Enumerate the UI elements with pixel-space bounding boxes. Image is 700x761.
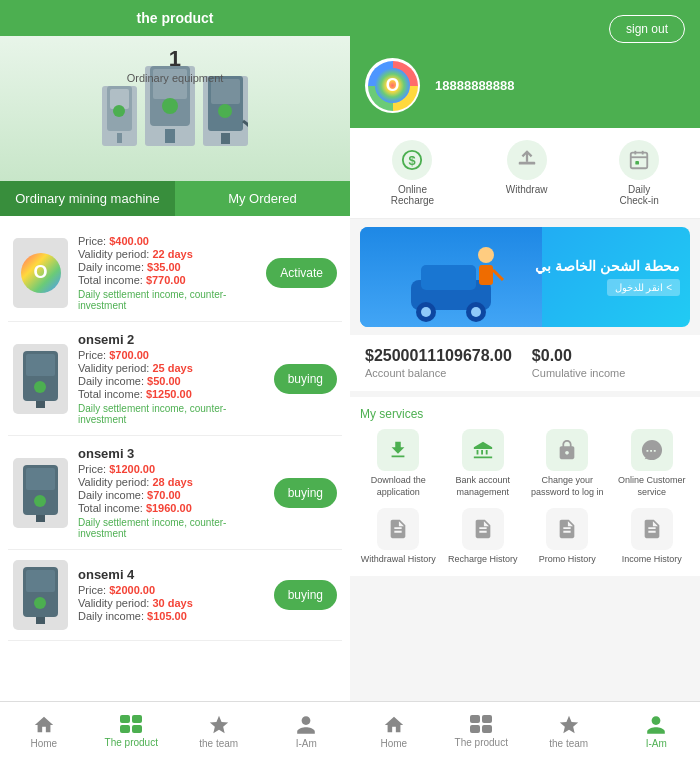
services-title: My services [360, 407, 690, 421]
services-section: My services Download the application Ban… [350, 397, 700, 576]
service-download[interactable]: Download the application [360, 429, 437, 498]
svg-rect-41 [479, 265, 493, 285]
left-nav-team-label: the team [199, 738, 238, 749]
machine-daily-1: Daily income: $50.00 [78, 375, 264, 387]
left-bottom-nav: Home The product the team I-Am [0, 701, 350, 761]
machine-action-0: Activate [266, 258, 337, 288]
machine-details-0: Price: $400.00 Validity period: 22 days … [78, 234, 256, 311]
svg-text:O: O [386, 75, 400, 95]
machine-validity-3: Validity period: 30 days [78, 597, 264, 609]
cumulative-amount: $0.00 [532, 347, 626, 365]
buying-button-3[interactable]: buying [274, 580, 337, 610]
svg-point-39 [471, 307, 481, 317]
right-nav-product[interactable]: The product [438, 702, 526, 761]
customer-label: Online Customer service [614, 475, 691, 498]
machine-settlement-2: Daily settlement income, counter-investm… [78, 517, 264, 539]
quick-action-recharge[interactable]: $ OnlineRecharge [391, 140, 434, 206]
svg-rect-28 [518, 162, 535, 165]
balance-amount: $2500011109678.00 [365, 347, 512, 365]
right-nav-team[interactable]: the team [525, 702, 613, 761]
svg-point-18 [34, 495, 46, 507]
right-nav-team-label: the team [549, 738, 588, 749]
svg-rect-33 [635, 161, 639, 165]
machine-name-2: onsemi 3 [78, 446, 264, 461]
svg-rect-2 [117, 133, 122, 143]
promo-text: محطة الشحن الخاصة بي > انقر للدخول [535, 258, 680, 296]
service-withdrawal-history[interactable]: Withdrawal History [360, 508, 437, 566]
right-panel: sign out O [350, 0, 700, 761]
right-nav-home[interactable]: Home [350, 702, 438, 761]
left-header: the product [0, 0, 350, 36]
left-nav-team[interactable]: the team [175, 702, 263, 761]
quick-action-withdraw[interactable]: Withdraw [506, 140, 548, 206]
service-customer[interactable]: Online Customer service [614, 429, 691, 498]
promo-history-label: Promo History [539, 554, 596, 566]
machines-list: O Price: $400.00 Validity period: 22 day… [0, 216, 350, 701]
password-label: Change your password to log in [529, 475, 606, 498]
left-nav-product-label: The product [105, 737, 158, 748]
bank-icon [462, 429, 504, 471]
sign-out-button[interactable]: sign out [609, 15, 685, 43]
withdraw-label: Withdraw [506, 184, 548, 195]
avatar-logo-icon: O [368, 61, 418, 111]
svg-rect-15 [36, 401, 45, 408]
left-nav-iam[interactable]: I-Am [263, 702, 351, 761]
tab-ordinary-mining[interactable]: Ordinary mining machine [0, 181, 175, 216]
charger-3 [203, 76, 248, 146]
recharge-history-icon [462, 508, 504, 550]
machine-daily-2: Daily income: $70.00 [78, 489, 264, 501]
promo-banner[interactable]: محطة الشحن الخاصة بي > انقر للدخول [360, 227, 690, 327]
left-nav-iam-label: I-Am [296, 738, 317, 749]
left-nav-home[interactable]: Home [0, 702, 88, 761]
svg-text:$: $ [409, 153, 416, 168]
cumulative-income: $0.00 Cumulative income [532, 347, 626, 379]
left-nav-home-label: Home [30, 738, 57, 749]
promo-image [360, 227, 542, 327]
account-balance: $2500011109678.00 Account balance [365, 347, 512, 379]
machine-item-2: onsemi 3 Price: $1200.00 Validity period… [8, 436, 342, 550]
checkin-label: DailyCheck-in [619, 184, 658, 206]
promo-arabic-text: محطة الشحن الخاصة بي [535, 258, 680, 274]
income-history-icon [631, 508, 673, 550]
services-grid-row1: Download the application Bank account ma… [360, 429, 690, 498]
svg-point-11 [218, 104, 232, 118]
svg-point-7 [162, 98, 178, 114]
svg-rect-35 [421, 265, 476, 290]
service-recharge-history[interactable]: Recharge History [445, 508, 522, 566]
service-password[interactable]: Change your password to log in [529, 429, 606, 498]
recharge-history-label: Recharge History [448, 554, 518, 566]
service-income-history[interactable]: Income History [614, 508, 691, 566]
machine-item-0: O Price: $400.00 Validity period: 22 day… [8, 224, 342, 322]
machine-price-0: Price: $400.00 [78, 235, 256, 247]
machine-total-1: Total income: $1250.00 [78, 388, 264, 400]
bank-label: Bank account management [445, 475, 522, 498]
activate-button-0[interactable]: Activate [266, 258, 337, 288]
machine-action-3: buying [274, 580, 337, 610]
machine-action-2: buying [274, 478, 337, 508]
right-nav-iam-label: I-Am [646, 738, 667, 749]
cumulative-label: Cumulative income [532, 367, 626, 379]
left-header-title: the product [137, 10, 214, 26]
charger-1 [102, 86, 137, 146]
checkin-icon [619, 140, 659, 180]
buying-button-2[interactable]: buying [274, 478, 337, 508]
quick-action-checkin[interactable]: DailyCheck-in [619, 140, 659, 206]
user-section: O 18888888888 [350, 58, 700, 128]
service-bank[interactable]: Bank account management [445, 429, 522, 498]
right-bottom-nav: Home The product the team I-Am [350, 701, 700, 761]
tabs-row: Ordinary mining machine My Ordered [0, 181, 350, 216]
buying-button-1[interactable]: buying [274, 364, 337, 394]
machine-settlement-0: Daily settlement income, counter-investm… [78, 289, 256, 311]
machine-daily-3: Daily income: $105.00 [78, 610, 264, 622]
left-nav-product[interactable]: The product [88, 702, 176, 761]
right-nav-iam[interactable]: I-Am [613, 702, 701, 761]
promo-link[interactable]: > انقر للدخول [607, 279, 680, 296]
machine-validity-1: Validity period: 25 days [78, 362, 264, 374]
balance-label: Account balance [365, 367, 512, 379]
avatar: O [365, 58, 420, 113]
right-nav-home-label: Home [380, 738, 407, 749]
tab-my-ordered[interactable]: My Ordered [175, 181, 350, 216]
withdrawal-history-label: Withdrawal History [361, 554, 436, 566]
download-label: Download the application [360, 475, 437, 498]
service-promo-history[interactable]: Promo History [529, 508, 606, 566]
